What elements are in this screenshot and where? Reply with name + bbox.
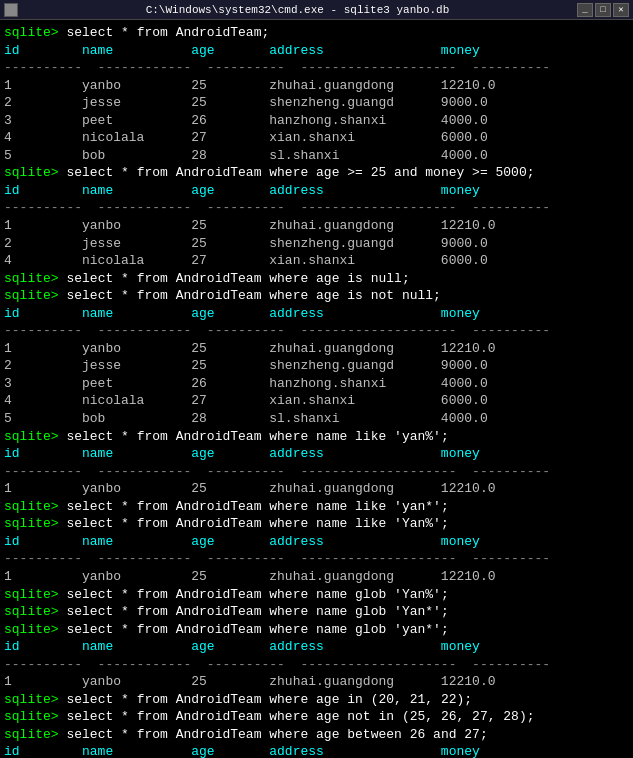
close-button[interactable]: ✕ (613, 3, 629, 17)
cmd-icon (4, 3, 18, 17)
minimize-button[interactable]: _ (577, 3, 593, 17)
maximize-button[interactable]: □ (595, 3, 611, 17)
title-bar-text: C:\Windows\system32\cmd.exe - sqlite3 ya… (22, 4, 573, 16)
terminal: sqlite> select * from AndroidTeam; id na… (0, 20, 633, 758)
title-bar: C:\Windows\system32\cmd.exe - sqlite3 ya… (0, 0, 633, 20)
